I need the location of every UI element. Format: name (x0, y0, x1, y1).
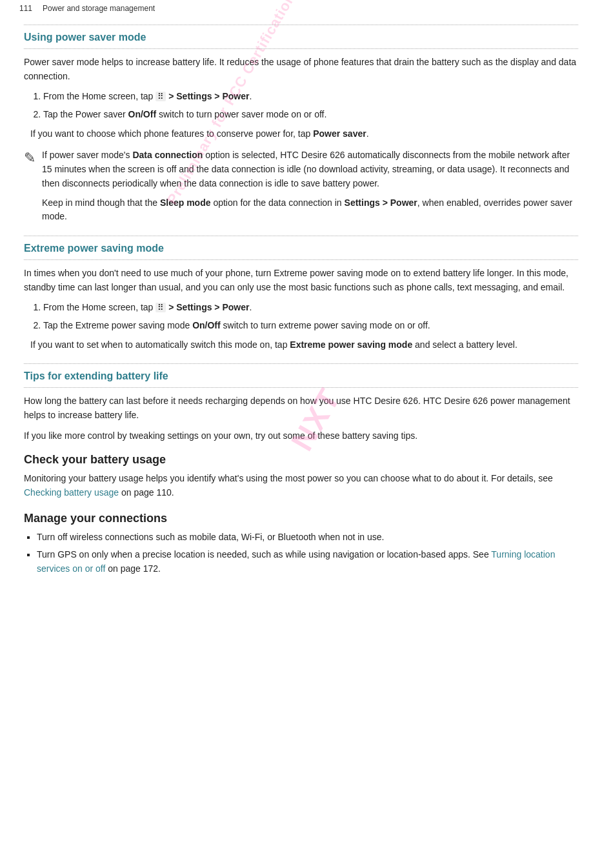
power-saver-sub-note: If you want to choose which phone featur… (30, 127, 578, 141)
section-heading-extreme: Extreme power saving mode (24, 243, 578, 254)
step-2-power-saver: Tap the Power saver On/Off switch to tur… (43, 108, 578, 141)
on-off-bold-2: On/Off (192, 320, 221, 330)
power-saver-label: Power saver (313, 128, 366, 139)
note-box-power-saver: ✎ If power saver mode's Data connection … (24, 148, 578, 223)
location-services-link[interactable]: Turning location services on or off (37, 549, 555, 574)
divider-2 (24, 48, 578, 49)
check-battery-text: Monitoring your battery usage helps you … (24, 472, 578, 500)
note-para-2: Keep in mind though that the Sleep mode … (42, 196, 578, 224)
step-2-extreme: Tap the Extreme power saving mode On/Off… (43, 319, 578, 352)
sleep-mode-bold: Sleep mode (160, 197, 211, 208)
power-saver-intro: Power saver mode helps to increase batte… (24, 56, 578, 83)
note-content-power-saver: If power saver mode's Data connection op… (42, 148, 578, 223)
step-1-extreme-bold: > Settings > Power (168, 302, 249, 312)
data-connection-bold: Data connection (132, 150, 203, 160)
step-1-bold: > Settings > Power (168, 91, 249, 101)
divider-5 (24, 363, 578, 364)
tips-intro-1: How long the battery can last before it … (24, 394, 578, 422)
on-off-bold-1: On/Off (128, 109, 157, 119)
divider-1 (24, 25, 578, 25)
tips-intro-2: If you like more control by tweaking set… (24, 429, 578, 443)
header-title: Power and storage management (43, 4, 155, 13)
section-heading-power-saver: Using power saver mode (24, 32, 578, 43)
settings-power-bold: Settings > Power (345, 197, 417, 208)
note-para-1: If power saver mode's Data connection op… (42, 148, 578, 190)
subsection-heading-check-battery: Check your battery usage (24, 453, 578, 467)
note-pencil-icon: ✎ (24, 150, 35, 167)
page-header: 111 Power and storage management (0, 0, 602, 15)
extreme-sub-note: If you want to set when to automatically… (30, 338, 578, 352)
step-1-power-saver: From the Home screen, tap ⠿ > Settings >… (43, 90, 578, 104)
page-number: 111 (19, 4, 32, 13)
manage-connections-list: Turn off wireless connections such as mo… (24, 530, 578, 576)
section-heading-tips: Tips for extending battery life (24, 370, 578, 382)
extreme-intro: In times when you don't need to use much… (24, 267, 578, 294)
subsection-heading-manage-connections: Manage your connections (24, 512, 578, 525)
bullet-item-2: Turn GPS on only when a precise location… (37, 548, 578, 576)
bullet-item-1: Turn off wireless connections such as mo… (37, 530, 578, 545)
divider-6 (24, 387, 578, 388)
page-content: Using power saver mode Power saver mode … (0, 25, 602, 601)
extreme-steps: From the Home screen, tap ⠿ > Settings >… (24, 301, 578, 352)
step-1-extreme: From the Home screen, tap ⠿ > Settings >… (43, 301, 578, 315)
divider-3 (24, 236, 578, 236)
divider-4 (24, 259, 578, 260)
power-saver-steps: From the Home screen, tap ⠿ > Settings >… (24, 90, 578, 141)
extreme-bold-label: Extreme power saving mode (290, 339, 412, 350)
checking-battery-link[interactable]: Checking battery usage (24, 487, 119, 498)
